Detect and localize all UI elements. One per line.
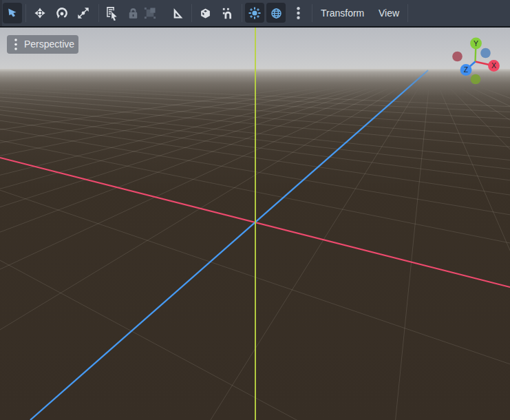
- svg-text:X: X: [491, 61, 496, 70]
- svg-text:Y: Y: [474, 39, 478, 48]
- svg-text:Z: Z: [464, 65, 469, 74]
